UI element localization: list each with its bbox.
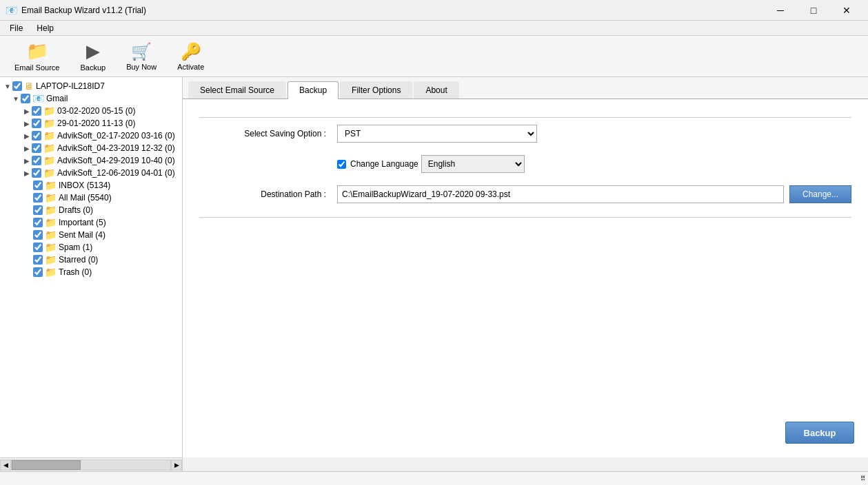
- tree-check[interactable]: [33, 193, 43, 203]
- minimize-button[interactable]: ─: [765, 0, 796, 21]
- title-bar: 📧 Email Backup Wizard v11.2 (Trial) ─ □ …: [0, 0, 868, 21]
- toolbar-email-source[interactable]: 📁 Email Source: [6, 39, 68, 74]
- tree-check[interactable]: [33, 205, 43, 215]
- backup-label: Backup: [80, 63, 105, 72]
- tree-check[interactable]: [32, 156, 41, 165]
- close-button[interactable]: ✕: [831, 0, 862, 21]
- activate-label: Activate: [177, 63, 204, 71]
- tab-content-area: Select Saving Option : PST EML MSG PDF M…: [183, 99, 868, 457]
- menu-file[interactable]: File: [3, 22, 30, 34]
- destination-path-input[interactable]: [337, 185, 784, 203]
- toolbar: 📁 Email Source ▶ Backup 🛒 Buy Now 🔑 Acti…: [0, 36, 868, 77]
- spacer: [199, 225, 851, 411]
- tree-root-folder-icon: 🖥: [24, 81, 34, 92]
- change-language-check[interactable]: [337, 160, 346, 169]
- resize-handle: ⠿: [860, 475, 865, 482]
- backup-button[interactable]: Backup: [785, 422, 854, 444]
- tree-check[interactable]: [33, 218, 43, 227]
- top-divider: [199, 117, 851, 118]
- tree-gmail-check[interactable]: [21, 94, 30, 103]
- tree-arrow: ▶: [22, 157, 32, 165]
- right-panel: Select Email Source Backup Filter Option…: [183, 77, 868, 457]
- tree-item-label: INBOX (5134): [59, 180, 110, 190]
- tree-check[interactable]: [33, 230, 43, 240]
- menu-bar: File Help: [0, 21, 868, 36]
- scroll-left-arrow[interactable]: ◀: [0, 460, 11, 471]
- list-item[interactable]: ▶ 📁 AdvikSoft_12-06-2019 04-01 (0): [0, 167, 182, 179]
- maximize-button[interactable]: □: [798, 0, 829, 21]
- app-icon: 📧: [6, 5, 17, 16]
- tree-arrow: ▶: [22, 132, 32, 140]
- tree-check[interactable]: [32, 106, 41, 116]
- folder-icon: 📁: [43, 105, 55, 116]
- list-item[interactable]: ▶ 📁 AdvikSoft_04-29-2019 10-40 (0): [0, 154, 182, 167]
- buy-now-label: Buy Now: [126, 63, 157, 71]
- email-source-label: Email Source: [14, 63, 59, 72]
- list-item[interactable]: 📁 INBOX (5134): [0, 179, 182, 192]
- backup-tab-content: Select Saving Option : PST EML MSG PDF M…: [183, 99, 868, 422]
- saving-option-select[interactable]: PST EML MSG PDF MBOX: [337, 125, 537, 143]
- scroll-right-arrow[interactable]: ▶: [171, 460, 182, 471]
- tree-item-label: Important (5): [59, 218, 106, 227]
- tree-check[interactable]: [32, 131, 41, 141]
- bottom-scrollbar: ◀ ▶: [0, 457, 183, 471]
- tree-check[interactable]: [32, 168, 41, 178]
- list-item[interactable]: 📁 All Mail (5540): [0, 192, 182, 204]
- tree-item-label: AdvikSoft_12-06-2019 04-01 (0): [57, 168, 175, 178]
- destination-path-label: Destination Path :: [199, 189, 337, 199]
- tree-root-check[interactable]: [12, 81, 22, 91]
- folder-icon: 📁: [45, 192, 57, 203]
- folder-icon: 📁: [45, 217, 57, 228]
- backup-icon: ▶: [86, 41, 100, 62]
- list-item[interactable]: ▶ 📁 29-01-2020 11-13 (0): [0, 117, 182, 130]
- saving-option-control: PST EML MSG PDF MBOX: [337, 125, 613, 143]
- tree-check[interactable]: [32, 143, 41, 153]
- folder-icon: 📁: [43, 118, 55, 129]
- tree-root[interactable]: ▼ 🖥 LAPTOP-IL218ID7: [0, 80, 182, 92]
- scroll-thumb[interactable]: [12, 460, 81, 470]
- list-item[interactable]: ▶ 📁 AdvikSoft_04-23-2019 12-32 (0): [0, 142, 182, 154]
- tree-gmail-arrow: ▼: [11, 95, 21, 103]
- toolbar-backup[interactable]: ▶ Backup: [71, 39, 114, 74]
- folder-icon: 📁: [45, 205, 57, 216]
- tree-item-label: 03-02-2020 05-15 (0): [57, 106, 135, 116]
- tree-check[interactable]: [33, 242, 43, 252]
- email-source-icon: 📁: [26, 41, 48, 62]
- tree-check[interactable]: [33, 255, 43, 265]
- saving-option-row: Select Saving Option : PST EML MSG PDF M…: [199, 125, 851, 143]
- tree-gmail-icon: 📧: [32, 93, 44, 104]
- folder-icon: 📁: [45, 267, 57, 278]
- tree-item-label: Drafts (0): [59, 205, 93, 215]
- language-select[interactable]: English French German Spanish: [421, 155, 525, 173]
- list-item[interactable]: ▶ 📁 AdvikSoft_02-17-2020 03-16 (0): [0, 130, 182, 142]
- folder-icon: 📁: [45, 180, 57, 191]
- list-item[interactable]: 📁 Sent Mail (4): [0, 229, 182, 241]
- change-button[interactable]: Change...: [789, 185, 851, 203]
- menu-help[interactable]: Help: [30, 22, 61, 34]
- tab-filter-options[interactable]: Filter Options: [340, 81, 412, 99]
- list-item[interactable]: 📁 Important (5): [0, 216, 182, 229]
- toolbar-activate[interactable]: 🔑 Activate: [168, 39, 213, 74]
- tab-backup[interactable]: Backup: [287, 81, 339, 99]
- list-item[interactable]: 📁 Starred (0): [0, 254, 182, 266]
- folder-icon: 📁: [45, 254, 57, 265]
- list-item[interactable]: 📁 Trash (0): [0, 266, 182, 278]
- tree-arrow: ▶: [22, 145, 32, 152]
- tree-check[interactable]: [33, 180, 43, 190]
- list-item[interactable]: ▶ 📁 03-02-2020 05-15 (0): [0, 105, 182, 117]
- list-item[interactable]: 📁 Spam (1): [0, 241, 182, 254]
- tab-select-email-source[interactable]: Select Email Source: [188, 81, 286, 99]
- title-bar-controls: ─ □ ✕: [765, 0, 862, 21]
- bottom-divider: [199, 217, 851, 218]
- tab-about[interactable]: About: [414, 81, 458, 99]
- scroll-track: [11, 460, 171, 471]
- tab-about-label: About: [425, 85, 447, 95]
- tree-gmail[interactable]: ▼ 📧 Gmail: [0, 92, 182, 105]
- tree-check[interactable]: [33, 267, 43, 277]
- list-item[interactable]: 📁 Drafts (0): [0, 204, 182, 216]
- folder-icon: 📁: [43, 155, 55, 166]
- toolbar-buy-now[interactable]: 🛒 Buy Now: [117, 39, 165, 74]
- tab-backup-label: Backup: [299, 85, 327, 95]
- tree-check[interactable]: [32, 118, 41, 128]
- tree-item-label: Starred (0): [59, 255, 98, 265]
